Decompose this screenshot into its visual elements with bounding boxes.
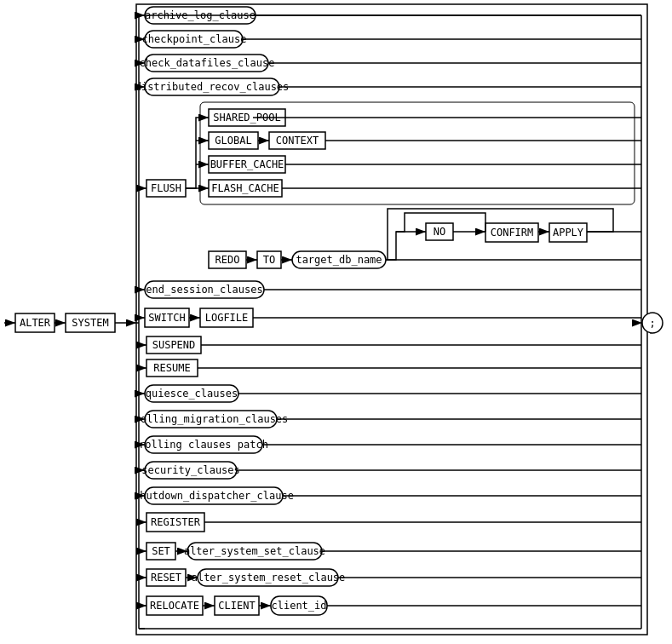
alter-system-reset-label: alter_system_reset_clause (192, 572, 346, 584)
apply-label: APPLY (553, 227, 584, 239)
switch-label: SWITCH (148, 312, 185, 324)
buffer-cache-label: BUFFER_CACHE (210, 158, 284, 170)
quiesce-label: quiesce_clauses (146, 388, 238, 400)
client-id-label: client_id (271, 600, 326, 612)
semicolon-label: ; (649, 317, 655, 329)
register-label: REGISTER (151, 516, 201, 528)
alter-label: ALTER (20, 317, 51, 329)
distributed-recov-label: distributed_recov_clauses (135, 81, 290, 93)
checkpoint-label: checkpoint_clause (142, 33, 247, 45)
redo-label: REDO (215, 254, 240, 266)
alter-system-set-label: alter_system_set_clause (184, 545, 325, 557)
check-datafiles-label: check_datafiles_clause (140, 57, 275, 69)
flush-label: FLUSH (151, 182, 181, 194)
no-label: NO (434, 226, 445, 238)
rolling-patch-label: rolling clauses patch (139, 439, 268, 451)
client-label: CLIENT (218, 600, 255, 612)
target-db-label: target_db_name (296, 254, 382, 266)
set-label: SET (152, 545, 170, 557)
suspend-label: SUSPEND (152, 339, 196, 351)
resume-label: RESUME (153, 362, 190, 374)
global-label: GLOBAL (215, 135, 251, 147)
flash-cache-label: FLASH_CACHE (211, 182, 279, 194)
relocate-label: RELOCATE (150, 600, 199, 612)
logfile-label: LOGFILE (205, 312, 249, 324)
security-clauses-label: security_clauses (141, 464, 240, 476)
to-label: TO (263, 254, 275, 266)
rolling-migration-label: rolling_migration_clauses (135, 413, 289, 425)
system-label: SYSTEM (72, 317, 108, 329)
shutdown-dispatcher-label: shutdown_dispatcher_clause (134, 490, 294, 502)
context-label: CONTEXT (276, 135, 319, 147)
end-session-label: end_session_clauses (146, 284, 262, 296)
confirm-label: CONFIRM (491, 227, 534, 239)
reset-label: RESET (151, 572, 181, 584)
